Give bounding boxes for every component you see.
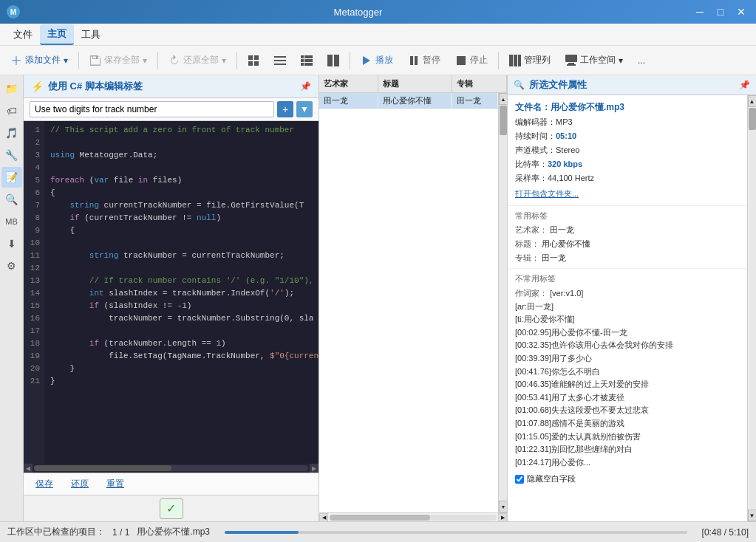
sidebar-icon-tag[interactable]: 🏷 [1,100,22,121]
restore-script-button[interactable]: 还原 [65,476,95,492]
workspace-icon [565,55,577,66]
toolbar-separator [78,52,79,69]
sidebar-icon-music[interactable]: 🎵 [1,123,22,143]
hide-empty-checkbox[interactable] [515,475,524,484]
hscroll-track[interactable] [34,465,308,471]
status-checked-label: 工作区中已检查的项目： [7,526,105,538]
vscroll-up[interactable]: ▲ [499,93,507,105]
pause-button[interactable]: 暂停 [402,51,446,69]
list-view-button[interactable] [268,52,292,69]
props-vscroll-up[interactable]: ▲ [748,95,757,107]
props-file-name: 文件名：用心爱你不懂.mp3 [508,98,747,115]
play-button[interactable]: 播放 [355,51,399,69]
add-file-button[interactable]: 添加文件 ▾ [4,51,74,69]
more-button[interactable]: ... [632,52,651,69]
confirm-button[interactable]: ✓ [160,498,183,519]
column-view-button[interactable] [321,52,345,69]
svg-rect-18 [518,55,521,66]
sidebar-icon-settings[interactable]: ⚙ [1,255,22,276]
script-name-input[interactable] [30,101,274,117]
reset-script-button[interactable]: 重置 [101,476,130,492]
svg-rect-19 [565,55,577,62]
sidebar-icon-script[interactable]: 📝 [1,167,22,188]
props-audio-mode: 声道模式：Stereo [508,143,747,157]
add-icon [10,55,22,66]
status-checked-count: 1 / 1 [112,527,129,538]
file-cell-artist: 田一龙 [319,93,378,109]
manage-cols-button[interactable]: 管理列 [503,51,556,69]
svg-rect-9 [301,63,304,66]
toolbar: 添加文件 ▾ 保存全部 ▾ 还原全部 ▾ 播放 暂停 停止 管理列 [0,46,756,75]
props-pin-icon[interactable]: 📌 [739,80,750,90]
file-row[interactable]: 田一龙 用心爱你不懂 田一龙 [319,93,498,109]
list-icon [274,55,286,66]
tag-album: 专辑： 田一龙 [508,251,747,265]
props-duration-value: 05:10 [556,131,576,140]
restore-all-button[interactable]: 还原全部 ▾ [163,51,232,69]
status-bar: 工作区中已检查的项目： 1 / 1 用心爱你不懂.mp3 [0:48 / 5:1… [0,521,756,542]
minimize-button[interactable]: ─ [691,4,709,19]
props-scroll[interactable]: 文件名：用心爱你不懂.mp3 编解码器：MP3 持续时间：05:10 声道模式：… [508,95,747,521]
file-cell-album: 田一龙 [452,93,498,109]
menu-file[interactable]: 文件 [6,25,40,44]
file-hscroll-thumb [330,515,430,521]
sidebar-icon-musicbrainz[interactable]: MB [1,211,22,232]
uncommon-value: [ver:v1.0] [ar:田一龙] [ti:用心爱你不懂] [00:02.9… [515,289,673,467]
props-bitrate: 比特率：320 kbps [508,157,747,171]
col-header-title: 标题 [378,75,452,92]
script-dropdown-button[interactable]: ▼ [296,101,313,117]
grid-view-button[interactable] [242,52,265,69]
status-time: [0:48 / 5:10] [702,527,749,538]
open-folder-link[interactable]: 打开包含文件夹... [508,185,747,202]
svg-rect-4 [274,64,286,65]
svg-rect-3 [274,60,286,61]
tag-title: 标题： 用心爱你不懂 [508,237,747,251]
save-script-button[interactable]: 保存 [30,476,59,492]
file-hscroll-right[interactable]: ▶ [498,513,507,522]
tag-title-value: 用心爱你不懂 [542,239,590,248]
code-content[interactable]: // This script add a zero in front of tr… [44,121,319,464]
props-vscroll-down[interactable]: ▼ [748,510,757,521]
play-icon [361,55,372,66]
svg-rect-15 [457,56,466,65]
code-editor: 12345 678910 1112131415 1617181920 21 //… [24,121,319,464]
props-vscroll-track[interactable] [749,108,756,509]
sidebar-icon-search[interactable]: 🔍 [1,189,22,210]
sidebar-icon-download[interactable]: ⬇ [1,233,22,254]
props-header: 🔍 所选文件属性 📌 [508,75,756,95]
props-duration: 持续时间：05:10 [508,129,747,143]
props-title: 所选文件属性 [529,78,735,92]
script-panel: ⚡ 使用 C# 脚本编辑标签 📌 + ▼ 12345 678910 111213… [24,75,319,521]
vscroll-track[interactable] [499,105,507,501]
svg-rect-2 [274,56,286,58]
menu-tools[interactable]: 工具 [74,25,108,44]
stop-button[interactable]: 停止 [449,51,494,69]
pin-icon[interactable]: 📌 [300,81,311,92]
menu-bar: 文件 主页 工具 [0,24,756,46]
file-list-scrollbar-v: ▲ ▼ [498,93,507,512]
file-hscroll-left[interactable]: ◀ [319,513,328,522]
add-script-button[interactable]: + [277,101,293,117]
sidebar-icon-files[interactable]: 📁 [1,78,22,99]
tag-album-value: 田一龙 [542,253,566,262]
menu-home[interactable]: 主页 [40,24,74,45]
svg-rect-7 [301,59,304,62]
hscroll-left[interactable]: ◀ [24,464,33,473]
save-all-button[interactable]: 保存全部 ▾ [84,51,153,69]
toolbar-separator-4 [350,52,350,69]
status-file-name: 用心爱你不懂.mp3 [137,526,210,538]
toolbar-separator-2 [157,52,158,69]
props-sample-rate: 采样率：44,100 Hertz [508,171,747,185]
sidebar-icon-tools[interactable]: 🔧 [1,145,22,165]
code-hscroll: ◀ ▶ [24,464,319,473]
close-button[interactable]: ✕ [732,4,750,19]
vscroll-down[interactable]: ▼ [499,501,507,512]
file-list-scroll[interactable]: 田一龙 用心爱你不懂 田一龙 [319,93,498,512]
file-hscroll-track[interactable] [330,515,497,521]
detail-view-button[interactable] [295,52,319,69]
maximize-button[interactable]: □ [712,4,729,19]
hscroll-right[interactable]: ▶ [310,464,319,473]
tag-artist-value: 田一龙 [550,225,574,234]
workspace-button[interactable]: 工作空间 ▾ [559,51,629,69]
detail-icon [301,55,313,66]
